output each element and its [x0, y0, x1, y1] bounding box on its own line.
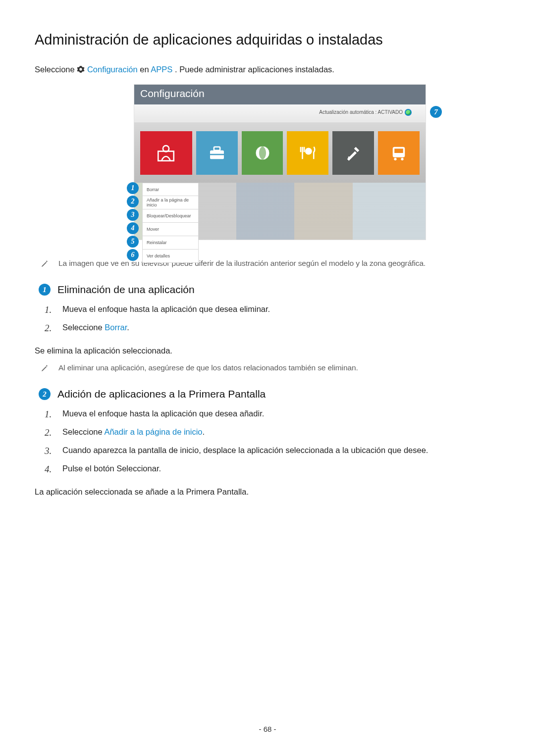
s2-step-3: Cuando aparezca la pantalla de inicio, d… — [45, 446, 500, 464]
intro-link-apps: APPS — [151, 65, 172, 74]
intro-t1: Seleccione — [35, 65, 77, 74]
intro-t2: en — [140, 65, 151, 74]
svg-point-12 — [401, 158, 403, 160]
section-2-heading: 2 Adición de aplicaciones a la Primera P… — [39, 388, 500, 400]
app-tile-1 — [140, 131, 192, 175]
section-2-after: La aplicación seleccionada se añade a la… — [35, 487, 500, 497]
callout-badge-7: 7 — [430, 106, 442, 118]
section-badge-2: 2 — [39, 388, 51, 400]
context-menu-add-home: Añadir a la página de inicio — [142, 196, 199, 209]
app-tile-4 — [287, 131, 328, 175]
callout-badge-1: 1 — [127, 182, 139, 194]
callout-badge-5: 5 — [127, 236, 139, 248]
context-menu: Borrar Añadir a la página de inicio Bloq… — [142, 183, 199, 263]
tools-icon — [343, 143, 364, 163]
page-title: Administración de aplicaciones adquirida… — [35, 32, 500, 48]
app-tile-row — [134, 122, 426, 183]
s2-step-2-link: Añadir a la página de inicio — [104, 427, 202, 436]
svg-point-11 — [394, 158, 396, 160]
note-image-differ: La imagen que ve en su televisor puede d… — [41, 259, 500, 270]
s2-step-4: Pulse el botón Seleccionar. — [45, 464, 500, 482]
tv-screenshot-figure: Configuración Actualización automática :… — [134, 84, 436, 240]
intro-link-config: Configuración — [87, 65, 138, 74]
food-icon — [297, 143, 318, 163]
context-menu-details: Ver detalles — [142, 250, 199, 263]
svg-point-7 — [305, 148, 312, 155]
callout-badge-column: 1 2 3 4 5 6 — [127, 182, 139, 261]
section-1-heading: 1 Eliminación de una aplicación — [39, 284, 500, 296]
section-1-note: Al eliminar una aplicación, asegúrese de… — [41, 363, 500, 374]
globe-icon — [252, 143, 273, 163]
s2-step-2a: Seleccione — [62, 427, 104, 436]
tv-screen-header: Configuración — [134, 85, 426, 104]
svg-rect-3 — [214, 147, 220, 151]
s2-step-2: Seleccione Añadir a la página de inicio. — [45, 427, 500, 446]
s2-step-2c: . — [203, 427, 205, 436]
svg-rect-10 — [394, 149, 403, 153]
section-2-steps: Mueva el enfoque hasta la aplicación que… — [45, 409, 500, 482]
intro-text: Seleccione Configuración en APPS . Puede… — [35, 65, 500, 75]
briefcase-icon — [207, 143, 227, 163]
bus-icon — [388, 143, 409, 163]
callout-badge-3: 3 — [127, 209, 139, 221]
tv-frame: Configuración Actualización automática :… — [134, 84, 426, 240]
intro-t3: . Puede administrar aplicaciones instala… — [175, 65, 334, 74]
s1-step-2: Seleccione Borrar. — [45, 323, 500, 341]
callout-badge-2: 2 — [127, 196, 139, 207]
page-number: - 68 - — [0, 725, 535, 733]
s1-step-1: Mueva el enfoque hasta la aplicación que… — [45, 304, 500, 323]
app-tile-2 — [196, 131, 238, 175]
section-2-title: Adición de aplicaciones a la Primera Pan… — [57, 388, 266, 400]
tv-topbar: Actualización automática : ACTIVADO — [134, 104, 426, 122]
auto-update-toggle-icon — [405, 109, 412, 116]
s2-step-1: Mueva el enfoque hasta la aplicación que… — [45, 409, 500, 427]
section-badge-1: 1 — [39, 284, 51, 296]
s1-step-2a: Seleccione — [62, 323, 105, 332]
section-1-note-text: Al eliminar una aplicación, asegúrese de… — [58, 363, 358, 372]
section-1-steps: Mueva el enfoque hasta la aplicación que… — [45, 304, 500, 341]
gear-icon — [77, 65, 85, 75]
context-menu-lock: Bloquear/Desbloquear — [142, 209, 199, 223]
context-menu-reinstall: Reinstalar — [142, 236, 199, 250]
context-menu-move: Mover — [142, 223, 199, 236]
section-1-title: Eliminación de una aplicación — [57, 284, 195, 296]
note-text: La imagen que ve en su televisor puede d… — [58, 259, 426, 268]
svg-point-8 — [348, 156, 350, 158]
section-1-after: Se elimina la aplicación seleccionada. — [35, 346, 500, 355]
s1-step-2c: . — [127, 323, 129, 332]
app-tile-3 — [242, 131, 283, 175]
auto-update-label: Actualización automática : ACTIVADO — [319, 109, 403, 115]
pencil-icon — [41, 260, 50, 270]
app-tile-5 — [332, 131, 374, 175]
callout-badge-4: 4 — [127, 222, 139, 234]
person-photo-icon — [156, 143, 176, 163]
callout-badge-6: 6 — [127, 249, 139, 261]
pencil-icon — [41, 364, 50, 374]
app-tile-6 — [378, 131, 420, 175]
s1-step-2-link: Borrar — [105, 323, 127, 332]
svg-rect-4 — [210, 154, 224, 155]
context-menu-delete: Borrar — [142, 183, 199, 196]
